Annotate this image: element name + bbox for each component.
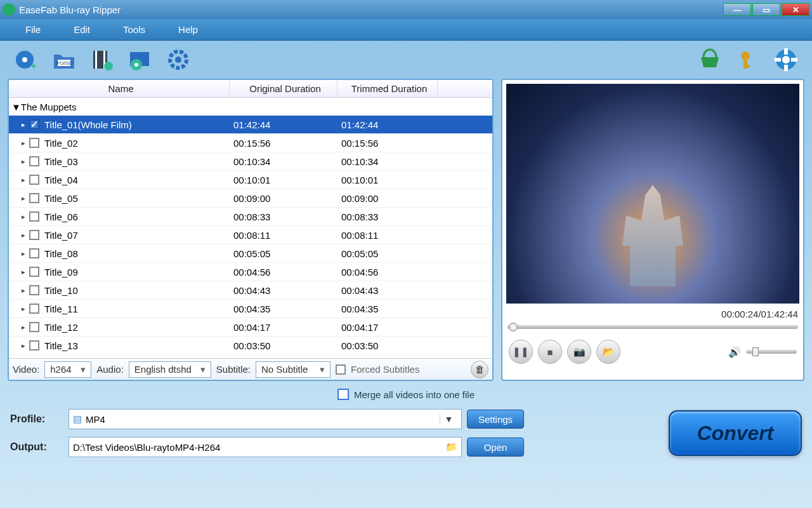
expand-icon[interactable]: ▸ bbox=[22, 305, 25, 313]
seek-thumb[interactable] bbox=[509, 323, 518, 331]
title-checkbox[interactable]: ✓ bbox=[29, 119, 39, 130]
snapshot-button[interactable]: 📷 bbox=[567, 340, 591, 364]
title-trimmed-duration: 00:08:33 bbox=[341, 211, 442, 222]
expand-icon[interactable]: ▸ bbox=[22, 157, 25, 166]
seek-bar[interactable] bbox=[508, 323, 798, 331]
expand-icon[interactable]: ▸ bbox=[22, 121, 25, 129]
forced-subtitles-checkbox[interactable] bbox=[336, 364, 346, 375]
menu-help[interactable]: Help bbox=[162, 24, 214, 35]
expand-icon[interactable]: ▸ bbox=[22, 176, 25, 184]
title-row[interactable]: ▸Title_0900:04:5600:04:56 bbox=[9, 263, 492, 281]
close-button[interactable]: ✕ bbox=[782, 3, 809, 16]
svg-rect-19 bbox=[784, 65, 788, 71]
title-checkbox[interactable] bbox=[29, 193, 39, 203]
title-trimmed-duration: 00:10:01 bbox=[341, 175, 442, 185]
expand-icon[interactable]: ▸ bbox=[22, 139, 25, 147]
svg-point-1 bbox=[22, 57, 27, 62]
title-checkbox[interactable] bbox=[29, 340, 39, 351]
title-row[interactable]: ▸Title_1200:04:1700:04:17 bbox=[9, 318, 492, 337]
chevron-down-icon[interactable]: ▼ bbox=[440, 414, 457, 424]
maximize-button[interactable]: ▭ bbox=[752, 3, 780, 16]
help-button[interactable] bbox=[771, 45, 801, 74]
audio-label: Audio: bbox=[96, 364, 124, 375]
settings-profile-button[interactable]: Settings bbox=[467, 410, 524, 429]
menu-file[interactable]: File bbox=[9, 24, 57, 35]
header-name[interactable]: Name bbox=[9, 80, 230, 97]
speaker-icon[interactable]: 🔊 bbox=[728, 346, 741, 358]
settings-button[interactable] bbox=[164, 45, 193, 74]
expand-icon[interactable]: ▸ bbox=[22, 231, 25, 239]
title-row[interactable]: ▸Title_0800:05:0500:05:05 bbox=[9, 244, 492, 263]
expand-icon[interactable]: ▸ bbox=[22, 213, 25, 221]
menu-tools[interactable]: Tools bbox=[107, 24, 162, 35]
folder-icon[interactable]: 📁 bbox=[445, 441, 457, 453]
title-name: Title_13 bbox=[44, 340, 233, 351]
title-checkbox[interactable] bbox=[29, 156, 39, 166]
preview-video[interactable] bbox=[506, 84, 799, 304]
title-checkbox[interactable] bbox=[29, 285, 39, 295]
menu-edit[interactable]: Edit bbox=[57, 24, 107, 35]
header-original-duration[interactable]: Original Duration bbox=[230, 80, 337, 97]
expand-icon[interactable]: ▸ bbox=[22, 342, 25, 350]
mp4-icon: ▤ bbox=[73, 413, 82, 425]
title-row[interactable]: ▸Title_0400:10:0100:10:01 bbox=[9, 171, 492, 189]
title-row[interactable]: ▸Title_1000:04:4300:04:43 bbox=[9, 281, 492, 300]
title-checkbox[interactable] bbox=[29, 175, 39, 185]
title-trimmed-duration: 00:04:35 bbox=[341, 304, 442, 314]
title-row[interactable]: ▸Title_0600:08:3300:08:33 bbox=[9, 208, 492, 226]
edit-video-button[interactable] bbox=[88, 45, 117, 74]
title-row[interactable]: ▸Title_1100:04:3500:04:35 bbox=[9, 300, 492, 318]
minimize-button[interactable]: — bbox=[723, 3, 751, 16]
title-row[interactable]: ▸Title_1300:03:5000:03:50 bbox=[9, 337, 492, 355]
load-disc-button[interactable] bbox=[11, 45, 41, 74]
merge-label: Merge all videos into one file bbox=[354, 389, 475, 400]
title-original-duration: 00:04:17 bbox=[233, 322, 341, 333]
title-checkbox[interactable] bbox=[29, 138, 39, 148]
title-checkbox[interactable] bbox=[29, 304, 39, 314]
volume-thumb[interactable] bbox=[752, 347, 759, 356]
subtitle-select[interactable]: No Subtitle▾ bbox=[256, 361, 331, 378]
title-checkbox[interactable] bbox=[29, 248, 39, 258]
expand-icon[interactable]: ▸ bbox=[22, 194, 25, 203]
title-checkbox[interactable] bbox=[29, 267, 39, 277]
expand-icon[interactable]: ▸ bbox=[22, 286, 25, 295]
title-name: Title_03 bbox=[44, 156, 233, 167]
expand-icon[interactable]: ▸ bbox=[22, 268, 25, 276]
pause-button[interactable]: ❚❚ bbox=[509, 340, 533, 364]
title-row[interactable]: ▸✓Title_01(Whole Film)01:42:4401:42:44 bbox=[9, 116, 492, 134]
title-checkbox[interactable] bbox=[29, 211, 39, 222]
title-row[interactable]: ▸Title_0700:08:1100:08:11 bbox=[9, 226, 492, 244]
disc-info-button[interactable] bbox=[126, 45, 155, 74]
audio-select[interactable]: English dtshd▾ bbox=[129, 361, 211, 378]
register-button[interactable] bbox=[733, 45, 763, 74]
title-original-duration: 00:04:56 bbox=[233, 267, 341, 277]
expand-icon[interactable]: ▸ bbox=[22, 323, 25, 331]
title-list[interactable]: ▼ The Muppets ▸✓Title_01(Whole Film)01:4… bbox=[9, 98, 492, 358]
open-output-button[interactable]: Open bbox=[467, 438, 524, 457]
svg-rect-15 bbox=[743, 65, 750, 67]
video-select[interactable]: h264▾ bbox=[44, 361, 91, 378]
title-trimmed-duration: 00:04:56 bbox=[341, 267, 442, 277]
title-row[interactable]: ▸Title_0300:10:3400:10:34 bbox=[9, 152, 492, 171]
convert-button[interactable]: Convert bbox=[669, 410, 802, 456]
delete-button[interactable]: 🗑 bbox=[471, 361, 488, 378]
header-trimmed-duration[interactable]: Trimmed Duration bbox=[337, 80, 438, 97]
title-trimmed-duration: 00:10:34 bbox=[341, 156, 442, 167]
title-row[interactable]: ▸Title_0200:15:5600:15:56 bbox=[9, 134, 492, 152]
stop-button[interactable]: ■ bbox=[538, 340, 562, 364]
title-original-duration: 00:05:05 bbox=[233, 248, 341, 259]
app-title: EaseFab Blu-ray Ripper bbox=[19, 4, 121, 15]
title-row[interactable]: ▸Title_0500:09:0000:09:00 bbox=[9, 189, 492, 208]
disc-row[interactable]: ▼ The Muppets bbox=[9, 98, 492, 116]
purchase-button[interactable] bbox=[695, 45, 724, 74]
open-folder-button[interactable]: 📂 bbox=[596, 340, 620, 364]
expand-icon[interactable]: ▸ bbox=[22, 250, 25, 258]
load-ifo-button[interactable]: IFO/ISO bbox=[49, 45, 79, 74]
output-path-field[interactable]: D:\Test Videos\Blu-raytoMP4-H264 📁 bbox=[69, 437, 462, 457]
volume-slider[interactable] bbox=[746, 350, 797, 354]
merge-checkbox[interactable] bbox=[337, 389, 349, 400]
expand-icon[interactable]: ▼ bbox=[11, 102, 21, 112]
profile-select[interactable]: ▤ MP4 ▼ bbox=[69, 409, 462, 429]
title-checkbox[interactable] bbox=[29, 322, 39, 332]
title-checkbox[interactable] bbox=[29, 230, 39, 240]
